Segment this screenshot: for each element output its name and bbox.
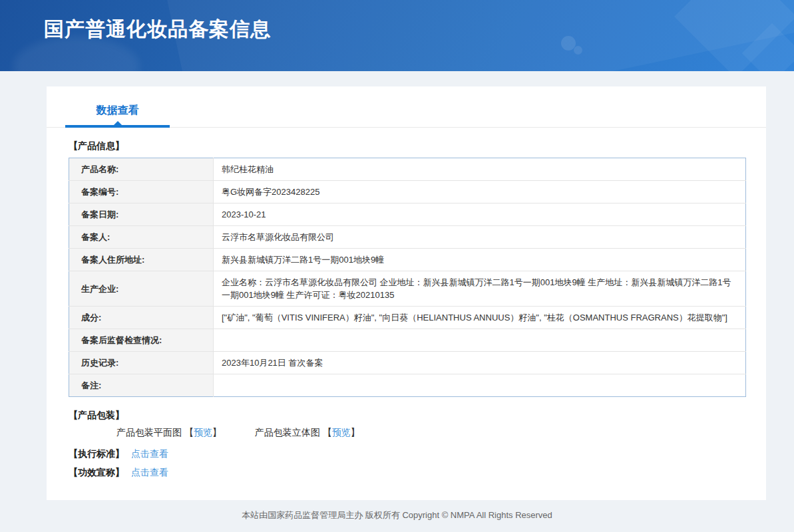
table-row: 产品名称: 韩纪桂花精油 <box>69 158 746 181</box>
row-value: 2023-10-21 <box>214 203 746 226</box>
row-value: 云浮市名草源化妆品有限公司 <box>214 226 746 249</box>
row-label: 备案后监督检查情况: <box>69 329 214 352</box>
table-row: 备案人: 云浮市名草源化妆品有限公司 <box>69 226 746 249</box>
section-efficacy-title: 【功效宣称】 <box>69 467 124 477</box>
row-label: 备案编号: <box>69 181 214 203</box>
row-label: 历史记录: <box>69 352 214 374</box>
table-row: 成分: ["矿油", "葡萄（VITIS VINIFERA）籽油", "向日葵（… <box>69 307 746 329</box>
preview-stereo-link[interactable]: 预览 <box>332 427 351 438</box>
deco-diamond-small <box>742 23 794 71</box>
row-label: 备案人: <box>69 226 214 249</box>
deco-circle-large <box>561 36 576 51</box>
product-info-table: 产品名称: 韩纪桂花精油 备案编号: 粤G妆网备字2023428225 备案日期… <box>69 158 746 397</box>
packaging-stereo-group: 产品包装立体图 【预览】 <box>255 427 360 438</box>
deco-diamond-large <box>674 0 794 71</box>
page-title: 国产普通化妆品备案信息 <box>44 16 271 43</box>
bracket-open: 【 <box>184 427 194 438</box>
efficacy-row: 【功效宣称】点击查看 <box>69 466 746 479</box>
packaging-flat-group: 产品包装平面图 【预览】 <box>116 427 224 438</box>
table-row: 历史记录: 2023年10月21日 首次备案 <box>69 352 746 374</box>
page-footer: 本站由国家药品监督管理局主办 版权所有 Copyright © NMPA All… <box>0 500 794 532</box>
row-value: 企业名称：云浮市名草源化妆品有限公司 企业地址：新兴县新城镇万洋二路1号一期00… <box>214 271 746 307</box>
row-value: ["矿油", "葡萄（VITIS VINIFERA）籽油", "向日葵（HELI… <box>214 307 746 329</box>
table-row: 生产企业: 企业名称：云浮市名草源化妆品有限公司 企业地址：新兴县新城镇万洋二路… <box>69 271 746 307</box>
row-label: 产品名称: <box>69 158 214 181</box>
row-label: 生产企业: <box>69 271 214 307</box>
table-row: 备注: <box>69 374 746 397</box>
table-row: 备案编号: 粤G妆网备字2023428225 <box>69 181 746 203</box>
table-row: 备案日期: 2023-10-21 <box>69 203 746 226</box>
packaging-stereo-label: 产品包装立体图 <box>255 427 320 438</box>
content-card: 数据查看 【产品信息】 产品名称: 韩纪桂花精油 备案编号: 粤G妆网备字202… <box>47 86 766 500</box>
section-standard-title: 【执行标准】 <box>69 448 124 459</box>
bracket-close: 】 <box>212 427 222 438</box>
tab-active-arrow-icon <box>114 121 122 125</box>
tab-data-view-label: 数据查看 <box>97 104 139 116</box>
row-label: 成分: <box>69 307 214 329</box>
section-product-info-title: 【产品信息】 <box>69 140 746 152</box>
tab-active-underline <box>65 125 170 128</box>
bracket-open: 【 <box>323 427 332 438</box>
table-row: 备案人住所地址: 新兴县新城镇万洋二路1号一期001地块9幢 <box>69 249 746 271</box>
deco-circle-small <box>574 46 582 55</box>
row-value <box>214 374 746 397</box>
packaging-flat-label: 产品包装平面图 <box>116 427 182 438</box>
tab-bar: 数据查看 <box>47 86 766 128</box>
row-value <box>214 329 746 352</box>
row-value: 粤G妆网备字2023428225 <box>214 181 746 203</box>
table-row: 备案后监督检查情况: <box>69 329 746 352</box>
row-value: 2023年10月21日 首次备案 <box>214 352 746 374</box>
row-label: 备案人住所地址: <box>69 249 214 271</box>
row-value: 韩纪桂花精油 <box>214 158 746 181</box>
packaging-links-row: 产品包装平面图 【预览】 产品包装立体图 【预览】 <box>69 426 746 439</box>
copyright-text: 本站由国家药品监督管理局主办 版权所有 Copyright © NMPA All… <box>242 510 552 520</box>
row-value: 新兴县新城镇万洋二路1号一期001地块9幢 <box>214 249 746 271</box>
tab-data-view[interactable]: 数据查看 <box>65 104 170 127</box>
view-efficacy-link[interactable]: 点击查看 <box>131 467 168 477</box>
preview-flat-link[interactable]: 预览 <box>194 427 212 438</box>
standard-row: 【执行标准】点击查看 <box>69 447 746 460</box>
row-label: 备案日期: <box>69 203 214 226</box>
page-header: 国产普通化妆品备案信息 <box>0 0 794 71</box>
bracket-close: 】 <box>351 427 360 438</box>
card-body: 【产品信息】 产品名称: 韩纪桂花精油 备案编号: 粤G妆网备字20234282… <box>47 140 766 479</box>
row-label: 备注: <box>69 374 214 397</box>
view-standard-link[interactable]: 点击查看 <box>131 448 168 459</box>
section-packaging-title: 【产品包装】 <box>69 409 746 422</box>
